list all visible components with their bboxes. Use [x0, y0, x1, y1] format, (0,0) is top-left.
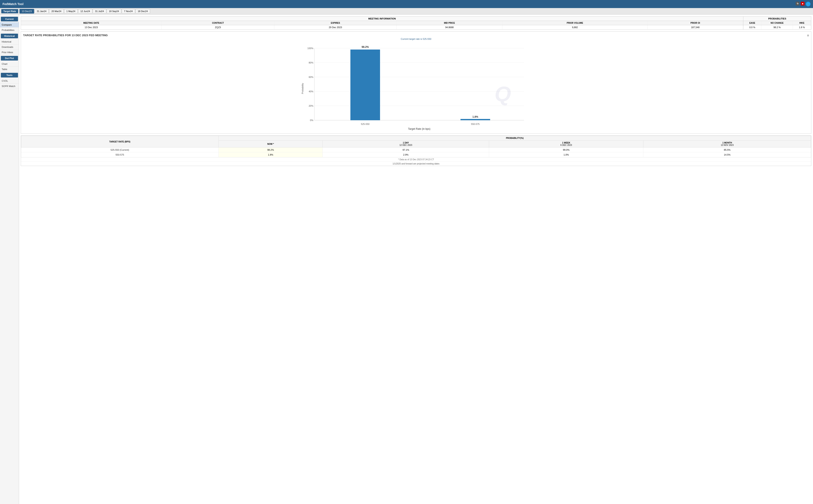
- sidebar-item-historical[interactable]: Historical: [0, 39, 19, 44]
- cell-ease: 0.0 %: [743, 25, 761, 30]
- sidebar-current-label: Current: [1, 17, 18, 21]
- chart-svg: Probability 0% 20% 40% 60: [23, 42, 809, 131]
- cell-no-change: 98.2 %: [761, 25, 793, 30]
- col-prior-volume: PRIOR VOLUME: [502, 21, 648, 25]
- svg-text:20%: 20%: [309, 105, 313, 107]
- probabilities-table: EASE NO CHANGE HIKE 0.0 % 98.2 % 1.8 %: [743, 21, 811, 29]
- col-prior-oi: PRIOR OI: [647, 21, 743, 25]
- sidebar-item-table[interactable]: Table: [0, 67, 19, 72]
- meeting-info-title: MEETING INFORMATION: [21, 17, 743, 21]
- svg-text:525-550: 525-550: [361, 123, 369, 125]
- sidebar-item-chart[interactable]: Chart: [0, 61, 19, 67]
- chart-subtitle: Current target rate is 525-550: [23, 38, 809, 40]
- bar-525-550: [350, 50, 380, 120]
- probabilities-title: PROBABILITIES: [743, 17, 811, 21]
- col-hike: HIKE: [793, 21, 811, 25]
- sidebar: Current Compare Probabilities Historical…: [0, 15, 19, 504]
- sidebar-tools-label: Tools: [1, 73, 18, 77]
- main-layout: Current Compare Probabilities Historical…: [0, 15, 813, 504]
- cell-1day-525: 97.1%: [323, 148, 489, 152]
- cell-now-525: 98.2%: [218, 148, 323, 152]
- bar-550-575: [460, 119, 490, 120]
- prob-sub-1day: 1 DAY 12 DEC 2023: [323, 141, 489, 148]
- cell-hike: 1.8 %: [793, 25, 811, 30]
- cell-1month-550: 14.5%: [643, 152, 811, 157]
- cell-1week-550: 1.0%: [489, 152, 643, 157]
- col-mid-price: MID PRICE: [397, 21, 502, 25]
- meeting-info-header: MEETING INFORMATION MEETING DATE CONTRAC…: [21, 17, 811, 29]
- app-header: FedWatch Tool ↻ ■ 🐦: [0, 0, 813, 8]
- tab-12jun24[interactable]: 12 Jun24: [78, 9, 92, 14]
- svg-text:1.8%: 1.8%: [472, 115, 478, 118]
- meeting-info-table: MEETING DATE CONTRACT EXPIRES MID PRICE …: [21, 21, 743, 29]
- prob-sub-now: NOW *: [218, 141, 323, 148]
- col-expires: EXPIRES: [274, 21, 397, 25]
- meeting-info-row: 13 Dec 2023 ZQZ3 29 Dec 2023 94.8688 9,8…: [21, 25, 743, 30]
- target-rate-label: Target Rate: [1, 9, 18, 13]
- tab-20mar24[interactable]: 20 Mar24: [49, 9, 64, 14]
- cell-1month-525: 85.5%: [643, 148, 811, 152]
- probabilities-row: 0.0 % 98.2 % 1.8 %: [743, 25, 811, 30]
- prob-row-550: 550-575 1.8% 2.9% 1.0% 14.5%: [21, 152, 811, 157]
- svg-text:60%: 60%: [309, 76, 313, 78]
- prob-table-container: TARGET RATE (BPS) PROBABILITY(%) NOW * 1…: [21, 135, 811, 166]
- col-meeting-date: MEETING DATE: [21, 21, 162, 25]
- svg-text:Target Rate (in bps): Target Rate (in bps): [408, 127, 430, 130]
- svg-text:98.2%: 98.2%: [362, 46, 369, 48]
- footnote: * Data as of 13 Dec 2023 07:34:23 CT: [21, 157, 811, 162]
- svg-text:0%: 0%: [310, 119, 313, 122]
- cell-1week-525: 99.0%: [489, 148, 643, 152]
- sidebar-historical-label: Historical: [1, 34, 18, 38]
- prob-col-rate: TARGET RATE (BPS): [21, 136, 219, 148]
- svg-text:80%: 80%: [309, 61, 313, 64]
- sidebar-item-prior-hikes[interactable]: Prior Hikes: [0, 50, 19, 55]
- tab-31jan24[interactable]: 31 Jan24: [35, 9, 49, 14]
- y-axis-label: Probability: [301, 83, 304, 94]
- pin-icon[interactable]: ■: [801, 2, 805, 6]
- cell-rate-525: 525-550 (Current): [21, 148, 219, 152]
- cell-prior-oi: 187,548: [647, 25, 743, 30]
- meeting-info-left: MEETING INFORMATION MEETING DATE CONTRAC…: [21, 17, 743, 29]
- sidebar-item-compare[interactable]: Compare: [0, 22, 19, 28]
- tabs-row: Target Rate 13 Dec23 31 Jan24 20 Mar24 1…: [0, 8, 813, 15]
- tab-1may24[interactable]: 1 May24: [64, 9, 78, 14]
- sidebar-item-sofr[interactable]: SOFR Watch: [0, 84, 19, 89]
- refresh-icon[interactable]: ↻: [796, 2, 799, 6]
- prob-table: TARGET RATE (BPS) PROBABILITY(%) NOW * 1…: [21, 136, 811, 157]
- svg-text:40%: 40%: [309, 90, 313, 93]
- prob-col-probability: PROBABILITY(%): [218, 136, 811, 141]
- svg-text:100%: 100%: [307, 47, 313, 50]
- chart-container: TARGET RATE PROBABILITIES FOR 13 DEC 202…: [21, 31, 811, 134]
- tab-18sep24[interactable]: 18 Sep24: [107, 9, 121, 14]
- main-content: MEETING INFORMATION MEETING DATE CONTRAC…: [19, 15, 813, 504]
- sidebar-item-downloads[interactable]: Downloads: [0, 44, 19, 50]
- col-contract: CONTRACT: [162, 21, 274, 25]
- cell-meeting-date: 13 Dec 2023: [21, 25, 162, 30]
- cell-mid-price: 94.8688: [397, 25, 502, 30]
- tab-13dec23[interactable]: 13 Dec23: [19, 9, 34, 14]
- prob-sub-1week: 1 WEEK 6 DEC 2023: [489, 141, 643, 148]
- prob-row-525: 525-550 (Current) 98.2% 97.1% 99.0% 85.5…: [21, 148, 811, 152]
- tab-7nov24[interactable]: 7 Nov24: [122, 9, 135, 14]
- cell-now-550: 1.8%: [218, 152, 323, 157]
- chart-menu-icon[interactable]: ≡: [807, 34, 809, 37]
- projected-note: 1/1/2025 and forward are projected meeti…: [21, 162, 811, 166]
- svg-text:Q: Q: [495, 82, 511, 106]
- sidebar-item-probabilities[interactable]: Probabilities: [0, 28, 19, 33]
- meeting-info-right: PROBABILITIES EASE NO CHANGE HIKE 0.0 %: [743, 17, 811, 29]
- meeting-info-container: MEETING INFORMATION MEETING DATE CONTRAC…: [21, 16, 811, 30]
- twitter-header-icon[interactable]: 🐦: [806, 2, 810, 6]
- cell-1day-550: 2.9%: [323, 152, 489, 157]
- prob-sub-1month: 1 MONTH 13 NOV 2023: [643, 141, 811, 148]
- cell-contract: ZQZ3: [162, 25, 274, 30]
- col-ease: EASE: [743, 21, 761, 25]
- cell-expires: 29 Dec 2023: [274, 25, 397, 30]
- sidebar-item-cvol[interactable]: CVOL: [0, 78, 19, 84]
- tab-18dec24[interactable]: 18 Dec24: [135, 9, 150, 14]
- tab-31jul24[interactable]: 31 Jul24: [93, 9, 106, 14]
- chart-svg-container: Probability 0% 20% 40% 60: [23, 42, 809, 131]
- chart-title: TARGET RATE PROBABILITIES FOR 13 DEC 202…: [23, 34, 809, 37]
- header-icons: ↻ ■ 🐦: [796, 2, 810, 6]
- cell-prior-volume: 9,882: [502, 25, 648, 30]
- svg-text:550-575: 550-575: [471, 123, 480, 125]
